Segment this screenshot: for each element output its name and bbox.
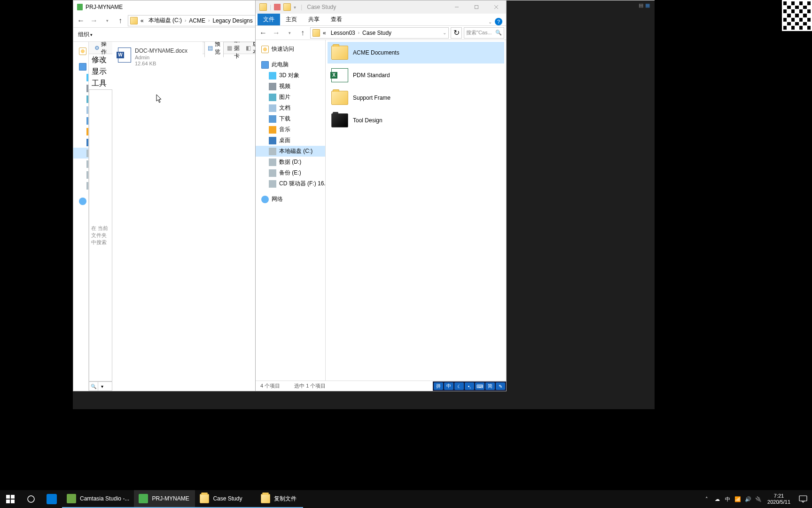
maximize-button[interactable] bbox=[467, 0, 486, 14]
folder-item-acme-documents[interactable]: ACME Documents bbox=[328, 42, 504, 64]
folder-item-tool-design[interactable]: Tool Design bbox=[328, 110, 504, 131]
address-dropdown-icon[interactable]: ⌄ bbox=[443, 30, 446, 35]
tree-pictures[interactable]: 图片 bbox=[73, 94, 88, 104]
ribbon-tab-home[interactable]: 主页 bbox=[280, 14, 303, 25]
tree-drive-f[interactable]: CD 驱动器 (F:) 16.0.42 bbox=[73, 180, 88, 191]
tray-power-icon[interactable]: 🔌 bbox=[753, 490, 764, 508]
nav-back-button[interactable]: ← bbox=[75, 15, 86, 26]
ime-pill[interactable]: 拼 bbox=[434, 382, 443, 390]
tree-music[interactable]: 音乐 bbox=[256, 124, 325, 135]
pdm-menu-display[interactable]: 显示 bbox=[89, 66, 112, 78]
tray-volume-icon[interactable]: 🔊 bbox=[743, 490, 753, 508]
ribbon-expand-button[interactable]: ⌄ bbox=[488, 19, 492, 24]
tree-videos[interactable]: 视频 bbox=[256, 81, 325, 92]
folder-view[interactable]: ACME Documents PDM Standard Support Fram… bbox=[325, 40, 506, 381]
nav-up-button[interactable]: ↑ bbox=[115, 15, 126, 26]
tree-drive-d[interactable]: 数据 (D:) bbox=[256, 157, 325, 167]
file-list[interactable]: DOC-MYNAME.docx Admin 12.64 KB bbox=[112, 42, 203, 391]
nav-forward-button[interactable]: → bbox=[88, 15, 100, 26]
refresh-button[interactable]: ↻ bbox=[451, 27, 462, 39]
ime-pill[interactable]: 中 bbox=[444, 382, 453, 390]
tree-drive-d[interactable]: 数据 (D:) bbox=[73, 159, 88, 169]
taskbar-pinned-app[interactable] bbox=[41, 490, 62, 508]
breadcrumb-lesson[interactable]: Lesson03 bbox=[329, 29, 357, 37]
tray-onedrive-icon[interactable]: ☁ bbox=[712, 490, 722, 508]
nav-forward-button[interactable]: → bbox=[271, 27, 282, 39]
tab-preview[interactable]: ▤预览 bbox=[204, 42, 224, 57]
nav-history-button[interactable]: ▾ bbox=[102, 15, 113, 26]
tray-wifi-icon[interactable]: 📶 bbox=[733, 490, 743, 508]
close-button[interactable] bbox=[486, 0, 506, 14]
tree-drive-c[interactable]: 本地磁盘 (C:) bbox=[256, 146, 325, 157]
tree-3d-objects[interactable]: 3D 对象 bbox=[256, 70, 325, 81]
cortana-button[interactable] bbox=[21, 490, 41, 508]
file-item[interactable]: DOC-MYNAME.docx Admin 12.64 KB bbox=[116, 46, 199, 68]
ime-pill[interactable]: ⌨ bbox=[475, 382, 484, 390]
tree-documents[interactable]: 文档 bbox=[256, 103, 325, 113]
start-button[interactable] bbox=[0, 490, 21, 508]
breadcrumb-drive[interactable]: 本地磁盘 (C:) bbox=[147, 16, 184, 25]
nav-up-button[interactable]: ↑ bbox=[297, 27, 308, 39]
tree-music[interactable]: 音乐 bbox=[73, 126, 88, 137]
ime-pill[interactable]: •, bbox=[465, 382, 474, 390]
tree-documents[interactable]: 文档 bbox=[73, 104, 88, 115]
pdm-menu-modify[interactable]: 修改 bbox=[89, 54, 112, 66]
ime-pill[interactable]: 简 bbox=[485, 382, 495, 390]
breadcrumb-root[interactable]: « bbox=[321, 29, 328, 37]
taskbar-task-camtasia[interactable]: Camtasia Studio -... bbox=[62, 490, 134, 508]
tree-quick-access[interactable]: 快速访问 bbox=[256, 44, 325, 55]
folder-icon[interactable] bbox=[283, 3, 291, 11]
ime-pill[interactable]: ✎ bbox=[496, 382, 505, 390]
taskbar-task-prj[interactable]: PRJ-MYNAME bbox=[134, 490, 195, 508]
titlebar[interactable]: | ▾ | Case Study bbox=[256, 0, 506, 14]
breadcrumb-acme[interactable]: ACME bbox=[187, 16, 207, 25]
action-center-button[interactable] bbox=[794, 490, 812, 508]
help-button[interactable]: ? bbox=[495, 18, 502, 25]
ribbon-tab-view[interactable]: 查看 bbox=[325, 14, 348, 25]
tree-pictures[interactable]: 图片 bbox=[256, 92, 325, 103]
folder-item-support-frame[interactable]: Support Frame bbox=[328, 87, 504, 109]
view-details-button[interactable]: ▤ bbox=[639, 2, 643, 8]
taskbar-clock[interactable]: 7:21 2020/5/11 bbox=[764, 493, 794, 505]
organize-menu[interactable]: 组织▾ bbox=[78, 31, 93, 39]
ime-status-bar[interactable]: 拼 中 ☾ •, ⌨ 简 ✎ bbox=[433, 381, 506, 391]
tree-downloads[interactable]: 下载 bbox=[73, 115, 88, 126]
tree-desktop[interactable]: 桌面 bbox=[73, 137, 88, 148]
breadcrumb-root[interactable]: « bbox=[139, 16, 146, 25]
breadcrumb-casestudy[interactable]: Case Study bbox=[360, 29, 393, 37]
tree-videos[interactable]: 视频 bbox=[73, 83, 88, 94]
ribbon-tab-file[interactable]: 文件 bbox=[258, 14, 280, 25]
search-input[interactable]: 搜索"Cas... 🔍 bbox=[464, 27, 504, 39]
tree-network[interactable]: 网络 bbox=[73, 196, 88, 206]
tree-3d-objects[interactable]: 3D 对象 bbox=[73, 72, 88, 83]
tree-downloads[interactable]: 下载 bbox=[256, 113, 325, 124]
ime-pill[interactable]: ☾ bbox=[454, 382, 464, 390]
ribbon-tab-share[interactable]: 共享 bbox=[303, 14, 325, 25]
search-execute-button[interactable]: 🔍 bbox=[89, 382, 98, 390]
pdm-menu-tools[interactable]: 工具 bbox=[89, 78, 112, 89]
tree-drive-c[interactable]: 本地磁盘 (C:) bbox=[73, 148, 88, 159]
tree-desktop[interactable]: 桌面 bbox=[256, 135, 325, 146]
qat-icon[interactable] bbox=[274, 4, 281, 10]
pdm-search-input[interactable]: 在 当前文件夹 中搜索 bbox=[89, 89, 112, 381]
tree-drive-e[interactable]: 备份 (E:) bbox=[256, 167, 325, 178]
taskbar-task-casestudy[interactable]: Case Study bbox=[195, 490, 256, 508]
tree-drive-e[interactable]: 备份 (E:) bbox=[73, 169, 88, 180]
nav-history-button[interactable]: ▾ bbox=[284, 27, 295, 39]
tree-this-pc[interactable]: 此电脑 bbox=[256, 59, 325, 70]
breadcrumb-legacy[interactable]: Legacy Designs bbox=[211, 16, 254, 25]
nav-back-button[interactable]: ← bbox=[258, 27, 269, 39]
tree-drive-f[interactable]: CD 驱动器 (F:) 16.0.42 bbox=[256, 178, 325, 189]
tray-expand-button[interactable]: ˄ bbox=[702, 490, 712, 508]
folder-item-pdm-standard[interactable]: PDM Standard bbox=[328, 64, 504, 86]
minimize-button[interactable] bbox=[447, 0, 467, 14]
tree-quick-access[interactable]: 快速访问 bbox=[73, 46, 88, 56]
search-dropdown-button[interactable]: ▾ bbox=[98, 382, 106, 390]
tray-ime-icon[interactable]: 中 bbox=[722, 490, 733, 508]
address-bar[interactable]: « Lesson03› Case Study ⌄ bbox=[310, 27, 449, 39]
tree-network[interactable]: 网络 bbox=[256, 194, 325, 205]
tree-this-pc[interactable]: 此电脑 bbox=[73, 61, 88, 72]
tab-datacard[interactable]: ▦数据卡 bbox=[224, 42, 242, 61]
taskbar-task-copy[interactable]: 复制文件 bbox=[256, 490, 303, 508]
view-tiles-button[interactable]: ▦ bbox=[645, 2, 650, 8]
